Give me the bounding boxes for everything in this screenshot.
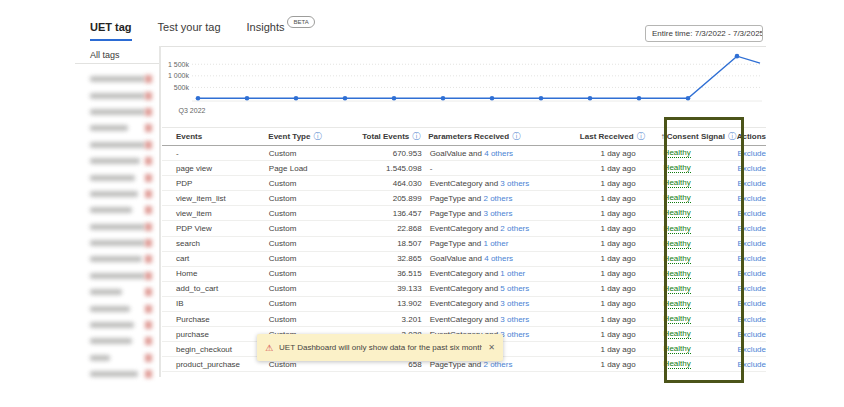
table-row[interactable]: PDP Custom 464.030 EventCategory and 3 o… — [162, 176, 766, 191]
sidebar-tag-item[interactable] — [75, 333, 159, 349]
action-link[interactable]: Exclude — [738, 239, 766, 248]
action-link[interactable]: Exclude — [738, 194, 766, 203]
sidebar-tag-item[interactable] — [75, 186, 159, 202]
consent-signal-status[interactable]: Healthy — [664, 208, 691, 218]
action-link[interactable]: Exclude — [738, 345, 766, 354]
consent-signal-status[interactable]: Healthy — [664, 269, 691, 279]
table-row[interactable]: IB Custom 13.902 EventCategory and 3 oth… — [162, 297, 766, 312]
action-link[interactable]: Exclude — [738, 299, 766, 308]
parameters-others-link[interactable]: 2 others — [500, 224, 529, 233]
sidebar-tag-item[interactable] — [75, 120, 159, 136]
sidebar-tag-item[interactable] — [75, 284, 159, 300]
tab-insights[interactable]: InsightsBETA — [247, 21, 312, 41]
consent-signal-cell: Healthy — [650, 239, 725, 249]
svg-text:500k: 500k — [174, 84, 190, 91]
sidebar-tag-item[interactable] — [75, 219, 159, 235]
table-row[interactable]: PDP View Custom 22.868 EventCategory and… — [162, 221, 766, 236]
column-header-events[interactable]: Events — [162, 132, 268, 141]
sidebar-tag-item[interactable] — [75, 87, 159, 103]
parameters-others-link[interactable]: 3 others — [500, 315, 529, 324]
action-link[interactable]: Exclude — [738, 149, 766, 158]
column-header-consent-signal[interactable]: ↑Consent Signal — [647, 131, 724, 142]
action-link[interactable]: Exclude — [738, 254, 766, 263]
tag-alert-icon — [145, 337, 152, 345]
column-header-total-events[interactable]: Total Events — [355, 131, 420, 142]
tab-uet-tag[interactable]: UET tag — [90, 21, 132, 41]
consent-signal-status[interactable]: Healthy — [664, 344, 691, 354]
column-header-event-type[interactable]: Event Type — [268, 131, 355, 142]
sidebar-tag-item[interactable] — [75, 317, 159, 333]
sidebar-tag-item[interactable] — [75, 366, 159, 382]
info-icon[interactable] — [637, 131, 645, 142]
parameters-others-link[interactable]: 3 others — [500, 179, 529, 188]
table-row[interactable]: Home Custom 36.515 EventCategory and 1 o… — [162, 267, 766, 282]
action-link[interactable]: Exclude — [738, 209, 766, 218]
parameters-others-link[interactable]: 3 others — [500, 299, 529, 308]
table-row[interactable]: cart Custom 32.865 GoalValue and 4 other… — [162, 252, 766, 267]
parameters-others-link[interactable]: 3 others — [483, 209, 512, 218]
table-row[interactable]: view_item Custom 136.457 PageType and 3 … — [162, 206, 766, 221]
info-icon[interactable] — [412, 131, 420, 142]
sidebar-tag-item[interactable] — [75, 202, 159, 218]
consent-signal-status[interactable]: Healthy — [664, 193, 691, 203]
table-row[interactable]: Purchase Custom 3.201 EventCategory and … — [162, 312, 766, 327]
sidebar-tag-item[interactable] — [75, 137, 159, 153]
sidebar-tag-item[interactable] — [75, 235, 159, 251]
parameters-others-link[interactable]: 5 others — [500, 284, 529, 293]
sidebar-tag-item[interactable] — [75, 153, 159, 169]
table-row[interactable]: add_to_cart Custom 39.133 EventCategory … — [162, 282, 766, 297]
consent-signal-status[interactable]: Healthy — [664, 178, 691, 188]
table-row[interactable]: page view Page Load 1.545.098 - 1 day ag… — [162, 161, 766, 176]
sidebar-tag-item[interactable] — [75, 104, 159, 120]
consent-signal-status[interactable]: Healthy — [664, 239, 691, 249]
info-icon[interactable] — [313, 131, 321, 142]
table-row[interactable]: search Custom 18.507 PageType and 1 othe… — [162, 237, 766, 252]
parameters-others-link[interactable]: 4 others — [484, 254, 513, 263]
sidebar-tag-item[interactable] — [75, 169, 159, 185]
parameters-others-link[interactable]: 1 other — [483, 239, 508, 248]
consent-signal-status[interactable]: Healthy — [664, 359, 691, 369]
tag-alert-icon — [145, 272, 152, 280]
tag-alert-icon — [145, 206, 152, 214]
action-link[interactable]: Exclude — [738, 269, 766, 278]
column-header-parameters-received[interactable]: Parameters Received — [420, 131, 571, 142]
action-link[interactable]: Exclude — [738, 360, 766, 369]
parameters-received-cell: GoalValue and 4 others — [422, 149, 574, 158]
parameters-others-link[interactable]: 2 others — [483, 194, 512, 203]
consent-signal-status[interactable]: Healthy — [664, 284, 691, 294]
parameters-others-link[interactable]: 3 others — [500, 330, 529, 339]
column-header-actions[interactable]: Actions — [724, 132, 766, 141]
parameters-others-link[interactable]: 2 others — [483, 360, 512, 369]
column-header-parameters-received-label: Parameters Received — [428, 132, 509, 141]
parameters-others-link[interactable]: 4 others — [484, 149, 513, 158]
action-link[interactable]: Exclude — [738, 164, 766, 173]
sidebar-tag-item[interactable] — [75, 71, 159, 87]
parameters-others-link[interactable]: 1 other — [500, 269, 525, 278]
consent-signal-status[interactable]: Healthy — [664, 148, 691, 158]
sidebar-tag-item[interactable] — [75, 350, 159, 366]
consent-signal-status[interactable]: Healthy — [664, 163, 691, 173]
parameters-text: - — [430, 164, 433, 173]
sidebar-tag-item[interactable] — [75, 268, 159, 284]
action-link[interactable]: Exclude — [738, 315, 766, 324]
consent-signal-status[interactable]: Healthy — [664, 224, 691, 234]
action-link[interactable]: Exclude — [738, 224, 766, 233]
sidebar-tag-item[interactable] — [75, 300, 159, 316]
event-type-cell: Custom — [269, 149, 356, 158]
sidebar-item-all-tags[interactable]: All tags — [75, 46, 159, 64]
table-row[interactable]: - Custom 670.953 GoalValue and 4 others … — [162, 146, 766, 161]
consent-signal-status[interactable]: Healthy — [664, 299, 691, 309]
tab-test-your-tag[interactable]: Test your tag — [158, 21, 221, 39]
action-link[interactable]: Exclude — [738, 284, 766, 293]
consent-signal-status[interactable]: Healthy — [664, 329, 691, 339]
toast-close-icon[interactable]: ✕ — [482, 343, 495, 352]
consent-signal-status[interactable]: Healthy — [664, 254, 691, 264]
sidebar-tag-item[interactable] — [75, 251, 159, 267]
consent-signal-status[interactable]: Healthy — [664, 314, 691, 324]
table-row[interactable]: view_item_list Custom 205.899 PageType a… — [162, 191, 766, 206]
date-range-picker[interactable]: Entire time: 7/3/2022 - 7/3/2025 — [645, 25, 763, 42]
column-header-last-received[interactable]: Last Received — [572, 131, 647, 142]
action-link[interactable]: Exclude — [738, 330, 766, 339]
action-link[interactable]: Exclude — [738, 179, 766, 188]
info-icon[interactable] — [512, 131, 520, 142]
